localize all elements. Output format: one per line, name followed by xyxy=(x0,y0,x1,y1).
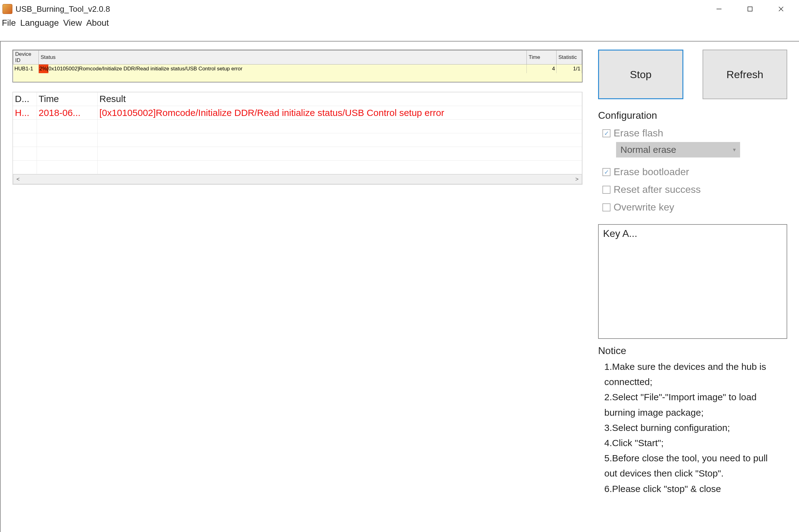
log-empty-row: . xyxy=(13,147,582,160)
notice-body: 1.Make sure the devices and the hub is c… xyxy=(598,359,787,496)
right-column: Stop Refresh Configuration ✓ Erase flash… xyxy=(598,50,787,532)
scroll-left-icon[interactable]: < xyxy=(16,176,20,183)
device-stat-cell: 1/1 xyxy=(556,64,582,73)
overwrite-key-label: Overwrite key xyxy=(614,202,674,213)
log-time-cell: 2018-06... xyxy=(37,106,97,120)
log-row[interactable]: H... 2018-06... [0x10105002]Romcode/Init… xyxy=(13,106,582,120)
erase-mode-select[interactable]: Normal erase ▾ xyxy=(616,142,740,157)
log-header-device[interactable]: D... xyxy=(13,92,37,106)
checkbox-icon: ✓ xyxy=(603,168,610,176)
scroll-right-icon[interactable]: > xyxy=(575,176,578,183)
key-area[interactable]: Key A... xyxy=(598,224,787,339)
config-title: Configuration xyxy=(598,110,787,121)
window-controls xyxy=(713,3,797,15)
reset-after-label: Reset after success xyxy=(614,184,701,195)
checkbox-icon: ✓ xyxy=(603,129,610,137)
menu-view[interactable]: View xyxy=(63,18,82,28)
window-title: USB_Burning_Tool_v2.0.8 xyxy=(16,4,110,14)
device-grid: Device ID Status Time Statistic HUB1-1 2… xyxy=(13,50,583,82)
log-empty-row: . xyxy=(13,160,582,174)
titlebar: USB_Burning_Tool_v2.0.8 xyxy=(0,0,799,18)
device-row[interactable]: HUB1-1 2% [0x10105002]Romcode/Initialize… xyxy=(13,64,582,73)
close-button[interactable] xyxy=(775,3,787,15)
menu-about[interactable]: About xyxy=(86,18,109,28)
left-column: Device ID Status Time Statistic HUB1-1 2… xyxy=(13,50,583,532)
col-header-status[interactable]: Status xyxy=(39,51,527,64)
log-header-result[interactable]: Result xyxy=(97,92,582,106)
device-id-cell: HUB1-1 xyxy=(13,64,39,73)
close-icon xyxy=(778,6,784,12)
notice-title: Notice xyxy=(598,345,787,357)
device-time-cell: 4 xyxy=(527,64,556,73)
log-device-cell: H... xyxy=(13,106,37,120)
horizontal-scrollbar[interactable]: < > xyxy=(13,174,582,184)
erase-mode-value: Normal erase xyxy=(621,145,676,155)
log-empty-row: . xyxy=(13,120,582,133)
erase-bootloader-checkbox[interactable]: ✓ Erase bootloader xyxy=(603,166,787,178)
refresh-button[interactable]: Refresh xyxy=(703,50,787,99)
menubar: File Language View About xyxy=(0,17,799,29)
action-buttons: Stop Refresh xyxy=(598,50,787,99)
key-area-text: Key A... xyxy=(603,228,637,239)
chevron-down-icon: ▾ xyxy=(733,146,736,153)
menu-file[interactable]: File xyxy=(2,18,16,28)
progress-percent: 2% xyxy=(39,66,47,72)
stop-button[interactable]: Stop xyxy=(598,50,683,99)
maximize-icon xyxy=(747,6,753,12)
reset-after-checkbox[interactable]: Reset after success xyxy=(603,184,787,195)
checkbox-icon xyxy=(603,203,610,211)
maximize-button[interactable] xyxy=(744,3,756,15)
erase-bootloader-label: Erase bootloader xyxy=(614,166,689,178)
menu-language[interactable]: Language xyxy=(20,18,59,28)
log-grid: D... Time Result H... 2018-06... [0x1010… xyxy=(13,92,583,185)
checkbox-icon xyxy=(603,186,610,194)
col-header-statistic[interactable]: Statistic xyxy=(556,51,582,64)
overwrite-key-checkbox[interactable]: Overwrite key xyxy=(603,202,787,213)
app-icon xyxy=(2,4,13,14)
col-header-time[interactable]: Time xyxy=(527,51,556,64)
content-area: Device ID Status Time Statistic HUB1-1 2… xyxy=(13,50,787,532)
device-status-cell: 2% [0x10105002]Romcode/Initialize DDR/Re… xyxy=(39,64,527,73)
svg-rect-1 xyxy=(748,7,752,11)
log-result-cell: [0x10105002]Romcode/Initialize DDR/Read … xyxy=(97,106,582,120)
progress-status-text: [0x10105002]Romcode/Initialize DDR/Read … xyxy=(47,66,243,72)
erase-flash-label: Erase flash xyxy=(614,128,663,139)
minimize-icon xyxy=(716,6,722,12)
log-header-time[interactable]: Time xyxy=(37,92,97,106)
device-grid-filler xyxy=(13,73,582,82)
col-header-device[interactable]: Device ID xyxy=(13,51,39,64)
log-empty-row: . xyxy=(13,133,582,147)
minimize-button[interactable] xyxy=(713,3,725,15)
erase-flash-checkbox[interactable]: ✓ Erase flash xyxy=(603,128,787,139)
